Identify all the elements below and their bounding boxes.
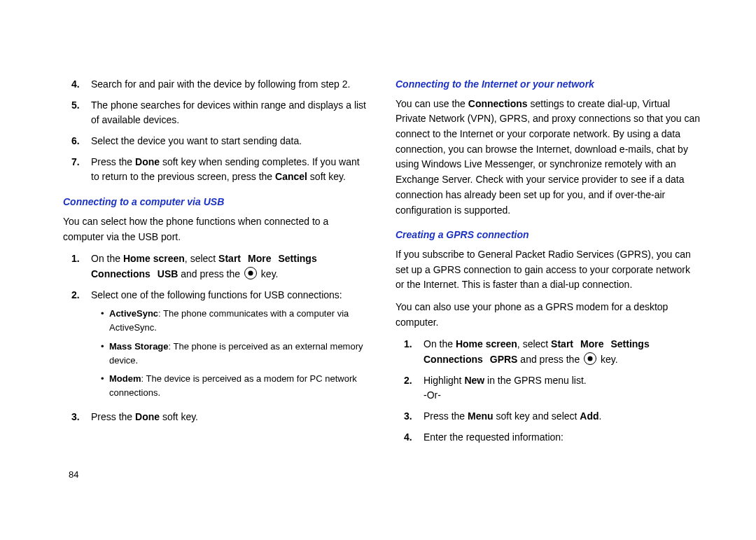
step-number: 6. [71, 134, 91, 149]
step-number: 3. [71, 410, 91, 425]
step-text: Select one of the following functions fo… [91, 288, 368, 405]
bullet-text: ActiveSync: The phone communicates with … [109, 307, 368, 335]
usb-steps: 1.On the Home screen, select StartMoreSe… [63, 251, 368, 425]
text-run: Highlight [424, 375, 464, 386]
step-text: Select the device you want to start send… [91, 134, 368, 149]
step-text: On the Home screen, select StartMoreSett… [91, 251, 368, 282]
bullet-list: •ActiveSync: The phone communicates with… [91, 307, 368, 400]
bullet-text: Modem: The device is perceived as a mode… [109, 372, 368, 400]
text-run: and press the [517, 354, 582, 365]
heading-usb: Connecting to a computer via USB [63, 195, 368, 210]
text-run: Connections [424, 354, 483, 365]
text-run: : The device is perceived as a modem for… [109, 373, 357, 398]
para-usb: You can select how the phone functions w… [63, 214, 368, 244]
gprs-steps: 1.On the Home screen, select StartMoreSe… [396, 337, 700, 445]
text-run: Start [551, 338, 573, 349]
step-text: Highlight New in the GPRS menu list.-Or- [424, 373, 700, 403]
step-number: 1. [71, 251, 91, 267]
step-number: 7. [71, 155, 91, 170]
text-run: key. [598, 354, 618, 365]
text-run: ActiveSync [109, 308, 158, 319]
step-item: 4.Enter the requested information: [396, 430, 700, 445]
text-run: Settings [610, 338, 649, 349]
text-run: Home screen [123, 253, 185, 264]
step-text: Search for and pair with the device by f… [91, 77, 368, 92]
step-text: Enter the requested information: [424, 430, 700, 445]
step-number: 4. [71, 77, 91, 92]
text-run: More [580, 338, 603, 349]
text-run: in the GPRS menu list. [484, 375, 587, 386]
text-run: Modem [109, 373, 141, 384]
bullet-text: Mass Storage: The phone is perceived as … [109, 340, 368, 368]
text-run: New [464, 375, 484, 386]
para-gprs1: If you subscribe to General Packet Radio… [396, 247, 700, 293]
bullet-dot: • [101, 307, 109, 321]
step-text: Press the Done soft key. [91, 410, 368, 425]
step-item: 2.Highlight New in the GPRS menu list.-O… [396, 373, 700, 403]
text-run: Press the [91, 411, 135, 422]
para-gprs2: You can also use your phone as a GPRS mo… [396, 300, 700, 330]
text-run: Cancel [275, 171, 307, 182]
text-run: Connections [468, 98, 528, 109]
step-item: 3.Press the Menu soft key and select Add… [396, 409, 700, 424]
step-number: 2. [71, 288, 91, 303]
step-item: 3.Press the Done soft key. [63, 410, 368, 425]
step-item: 1.On the Home screen, select StartMoreSe… [63, 251, 368, 282]
text-run: Settings [278, 253, 316, 264]
step-item: 4.Search for and pair with the device by… [63, 77, 368, 92]
text-run: Press the [91, 156, 135, 167]
text-run: Press the [424, 410, 468, 422]
text-run: Done [135, 411, 160, 422]
center-key-icon [244, 267, 257, 279]
text-run: Start [218, 253, 241, 264]
step-item: 5.The phone searches for devices within … [63, 98, 368, 128]
step-text: On the Home screen, select StartMoreSett… [424, 337, 700, 367]
bullet-dot: • [101, 340, 109, 354]
heading-gprs: Creating a GPRS connection [396, 228, 700, 243]
manual-page: 4.Search for and pair with the device by… [0, 0, 756, 540]
heading-internet: Connecting to the Internet or your netwo… [396, 77, 700, 92]
text-run: Connections [91, 268, 150, 279]
step-number: 3. [404, 409, 424, 424]
text-run: and press the [178, 268, 243, 279]
step-number: 1. [404, 337, 424, 352]
text-run: You can use the [396, 98, 468, 109]
step-number: 2. [404, 373, 424, 389]
text-run: Home screen [456, 338, 517, 349]
text-run: settings to create dial-up, Virtual Priv… [396, 98, 700, 216]
text-run: On the [91, 253, 123, 264]
step-item: 6.Select the device you want to start se… [63, 134, 368, 149]
step-number: 5. [71, 98, 91, 113]
bullet-item: •ActiveSync: The phone communicates with… [101, 307, 368, 335]
left-column: 4.Search for and pair with the device by… [63, 77, 368, 512]
text-run: soft key. [160, 411, 198, 422]
text-run: Add [580, 410, 598, 422]
step-number: 4. [404, 430, 424, 445]
text-run: More [248, 253, 271, 264]
text-run: Mass Storage [109, 341, 169, 352]
page-number: 84 [69, 469, 78, 480]
top-steps: 4.Search for and pair with the device by… [63, 77, 368, 185]
text-run: Menu [468, 410, 493, 422]
bullet-item: •Modem: The device is perceived as a mod… [101, 372, 368, 400]
text-run: On the [424, 338, 456, 349]
text-run: . [599, 410, 602, 422]
text-run: USB [158, 268, 178, 279]
step-text: The phone searches for devices within ra… [91, 98, 368, 128]
bullet-dot: • [101, 372, 109, 386]
step-item: 1.On the Home screen, select StartMoreSe… [396, 337, 700, 367]
right-column: Connecting to the Internet or your netwo… [396, 77, 700, 512]
text-run: , select [517, 338, 551, 349]
step-alt: -Or- [424, 388, 700, 403]
step-item: 2.Select one of the following functions … [63, 288, 368, 405]
bullet-item: •Mass Storage: The phone is perceived as… [101, 340, 368, 368]
text-run: GPRS [490, 354, 518, 365]
center-key-icon [584, 352, 596, 365]
text-run: soft key and select [493, 410, 580, 422]
step-item: 7.Press the Done soft key when sending c… [63, 155, 368, 185]
para-internet: You can use the Connections settings to … [396, 97, 700, 219]
step-text: Press the Menu soft key and select Add. [424, 409, 700, 424]
text-run: Done [135, 156, 160, 167]
text-run: key. [258, 268, 279, 279]
text-run: , select [185, 253, 218, 264]
